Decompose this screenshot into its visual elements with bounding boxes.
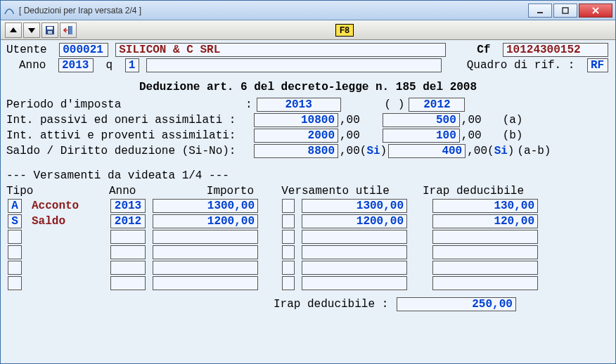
- periodo-colon: :: [245, 98, 252, 111]
- cell-importo[interactable]: [153, 230, 258, 244]
- calc-row1-b-suffix: ,00: [461, 114, 482, 126]
- svg-rect-8: [68, 26, 69, 34]
- periodo-year1[interactable]: 2013: [257, 98, 341, 112]
- cell-versutile[interactable]: 1200,00: [302, 214, 407, 228]
- cell-tipo: Acconto: [27, 200, 105, 212]
- calc-row3-tag: (a-b): [517, 145, 551, 157]
- calc-row2-b[interactable]: 100: [383, 129, 460, 143]
- cell-importo[interactable]: 1300,00: [153, 199, 258, 213]
- close-button[interactable]: [579, 4, 612, 18]
- f8-badge[interactable]: F8: [335, 24, 354, 37]
- cell-anno[interactable]: [110, 245, 146, 259]
- cell-anno[interactable]: [110, 261, 146, 275]
- maximize-button[interactable]: [553, 4, 577, 18]
- table-row: [6, 230, 610, 244]
- quadro-field[interactable]: RF: [587, 58, 608, 72]
- cell-code[interactable]: A: [8, 199, 22, 213]
- calc-row3-a-suffix: ,00(: [340, 145, 366, 157]
- calc-row3-a-si: Si: [366, 145, 380, 157]
- svg-rect-5: [47, 27, 53, 30]
- anno-label: Anno: [6, 59, 53, 72]
- calc-row1-a[interactable]: 10800: [254, 113, 338, 127]
- nav-down-button[interactable]: [23, 22, 40, 38]
- cell-flag1[interactable]: [282, 261, 295, 275]
- cell-irap[interactable]: 130,00: [432, 199, 538, 213]
- cell-anno[interactable]: [110, 276, 146, 290]
- cf-label: Cf: [477, 44, 497, 56]
- periodo-paren: ( ): [385, 98, 405, 111]
- total-label: Irap deducibile :: [274, 298, 395, 311]
- svg-marker-3: [28, 28, 35, 33]
- anno-field[interactable]: 2013: [58, 58, 94, 72]
- cell-anno[interactable]: [110, 230, 146, 244]
- periodo-year2[interactable]: 2012: [409, 98, 465, 112]
- cell-code[interactable]: [8, 230, 22, 244]
- cell-code[interactable]: [8, 261, 22, 275]
- table-row: [6, 261, 610, 275]
- titlebar[interactable]: [ Deduzioni per Irap versata 2/4 ]: [1, 1, 615, 20]
- cell-irap[interactable]: [432, 245, 538, 259]
- cell-versutile[interactable]: 1300,00: [302, 199, 407, 213]
- q-field[interactable]: 1: [125, 58, 139, 72]
- svg-rect-0: [537, 12, 543, 13]
- cell-code[interactable]: [8, 245, 22, 259]
- cell-importo[interactable]: [153, 276, 258, 290]
- nav-up-button[interactable]: [5, 22, 22, 38]
- cell-code[interactable]: [8, 276, 22, 290]
- calc-row2-label: Int. attivi e proventi assimilati:: [6, 129, 252, 142]
- cell-importo[interactable]: [153, 261, 258, 275]
- cell-flag1[interactable]: [282, 245, 295, 259]
- cell-anno[interactable]: 2012: [110, 214, 146, 228]
- calc-row2-b-suffix: ,00: [461, 129, 482, 142]
- cell-code[interactable]: S: [8, 214, 22, 228]
- minimize-button[interactable]: [528, 4, 552, 18]
- cell-irap[interactable]: [432, 261, 538, 275]
- utente-name-field[interactable]: SILICON & C SRL: [115, 43, 446, 57]
- calc-row2-a-suffix: ,00: [340, 129, 360, 142]
- svg-marker-2: [10, 27, 17, 32]
- quadro-label: Quadro di rif. :: [467, 59, 582, 72]
- calc-row2-a[interactable]: 2000: [254, 129, 338, 143]
- col-tipo: Tipo: [6, 185, 105, 197]
- cell-importo[interactable]: 1200,00: [153, 214, 258, 228]
- cell-importo[interactable]: [153, 245, 258, 259]
- cell-flag1[interactable]: [282, 230, 295, 244]
- cell-flag1[interactable]: [282, 214, 295, 228]
- toolbar: F8: [1, 20, 615, 40]
- save-button[interactable]: [41, 22, 58, 38]
- col-versutile: Versamento utile: [265, 185, 406, 197]
- calc-row3-b-close: ): [508, 145, 515, 157]
- blank-long-field[interactable]: [146, 58, 442, 72]
- calc-row3-b[interactable]: 400: [388, 144, 466, 158]
- col-importo: Importo: [155, 185, 261, 197]
- content-area: Utente 000021 SILICON & C SRL Cf 1012430…: [1, 40, 615, 363]
- cell-versutile[interactable]: [302, 230, 407, 244]
- cell-versutile[interactable]: [302, 245, 407, 259]
- cell-irap[interactable]: 120,00: [432, 214, 538, 228]
- calc-row1-tag: (a): [503, 114, 523, 126]
- calc-row1-b[interactable]: 500: [383, 113, 460, 127]
- table-row: [6, 276, 610, 290]
- cell-flag1[interactable]: [282, 199, 295, 213]
- cell-irap[interactable]: [432, 276, 538, 290]
- cell-flag1[interactable]: [282, 276, 295, 290]
- cell-tipo: Saldo: [27, 215, 105, 228]
- table-row: AAcconto20131300,001300,00130,00: [6, 199, 610, 213]
- window-title: [ Deduzioni per Irap versata 2/4 ]: [19, 6, 527, 15]
- calc-row3-label: Saldo / Diritto deduzione (Si-No):: [6, 145, 252, 157]
- exit-button[interactable]: [60, 22, 77, 38]
- calc-row3-a[interactable]: 8800: [254, 144, 338, 158]
- q-label: q: [99, 59, 120, 72]
- utente-code-field[interactable]: 000021: [59, 43, 108, 57]
- cell-anno[interactable]: 2013: [110, 199, 146, 213]
- cell-versutile[interactable]: [302, 261, 407, 275]
- total-field[interactable]: 250,00: [397, 297, 516, 311]
- calc-row3-b-si: Si: [494, 145, 508, 157]
- table-row: [6, 245, 610, 259]
- cell-irap[interactable]: [432, 230, 538, 244]
- grid-title: --- Versamenti da videata 1/4 ---: [6, 169, 610, 182]
- svg-rect-6: [48, 31, 52, 34]
- cell-versutile[interactable]: [302, 276, 407, 290]
- cf-field[interactable]: 10124300152: [503, 43, 608, 57]
- calc-row1-a-suffix: ,00: [340, 114, 360, 126]
